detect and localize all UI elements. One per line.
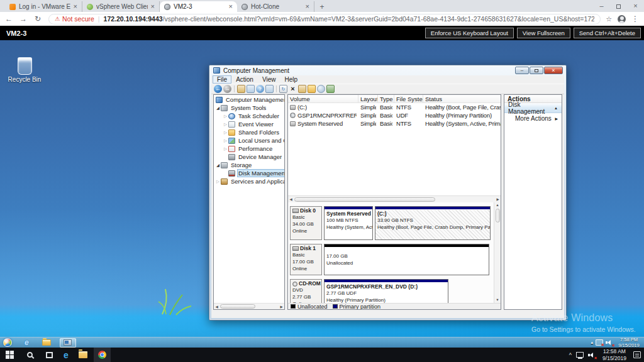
partition-c-drive[interactable]: (C:) 33.90 GB NTFS Healthy (Boot, Page F… bbox=[375, 206, 491, 240]
host-search-icon[interactable] bbox=[27, 352, 33, 358]
minimize-button[interactable]: – bbox=[593, 0, 610, 12]
host-action-center-icon[interactable] bbox=[633, 351, 641, 358]
back-icon[interactable]: ← bbox=[3, 14, 14, 23]
column-file-system[interactable]: File System bbox=[394, 95, 423, 102]
recycle-bin[interactable]: Recycle Bin bbox=[5, 57, 44, 83]
toolbar-action-pane-icon[interactable] bbox=[265, 85, 274, 93]
vm-tray-expand-icon[interactable]: ▴ bbox=[591, 340, 593, 345]
volume-row-system-reserved[interactable]: System Reserved Simple Basic NTFS Health… bbox=[288, 119, 501, 128]
host-task-view-icon[interactable] bbox=[46, 352, 53, 358]
vm-start-orb[interactable] bbox=[3, 338, 12, 347]
partition-dvd[interactable]: GSP1RMCNPRXFRER_EN_DVD (D:) 2.77 GB UDF … bbox=[324, 279, 448, 303]
expander-closed-icon[interactable]: ▷ bbox=[215, 179, 221, 184]
scroll-up-icon[interactable]: ▲ bbox=[494, 202, 501, 208]
tree-item-local-users-groups[interactable]: ▷Local Users and Groups bbox=[214, 136, 284, 145]
tree-item-system-tools[interactable]: ◢System Tools bbox=[214, 104, 284, 112]
browser-menu-icon[interactable]: ⋮ bbox=[631, 14, 639, 23]
toolbar-delete-icon[interactable]: × bbox=[289, 85, 297, 93]
actions-disk-management-group[interactable]: Disk Management ▲ bbox=[504, 103, 562, 113]
menu-help[interactable]: Help bbox=[280, 75, 302, 84]
host-edge-icon[interactable]: e bbox=[64, 351, 69, 359]
tab-hot-clone[interactable]: Hot-Clone × bbox=[237, 1, 314, 12]
tab-vsphere-web-client[interactable]: vSphere Web Client × bbox=[82, 1, 160, 12]
tree-item-storage[interactable]: ◢Storage bbox=[214, 161, 284, 169]
scroll-down-icon[interactable]: ▼ bbox=[494, 297, 501, 303]
tree-item-shared-folders[interactable]: ▷Shared Folders bbox=[214, 128, 284, 136]
tree-item-disk-management[interactable]: Disk Management bbox=[214, 169, 284, 177]
expander-closed-icon[interactable]: ▷ bbox=[223, 122, 228, 127]
scrollbar-thumb[interactable] bbox=[496, 209, 500, 222]
toolbar-back-icon[interactable]: ← bbox=[214, 85, 222, 93]
submenu-caret-icon[interactable]: ▶ bbox=[555, 116, 558, 121]
scroll-right-icon[interactable]: ▶ bbox=[279, 305, 284, 309]
toolbar-show-hide-tree-icon[interactable] bbox=[237, 85, 245, 93]
view-fullscreen-button[interactable]: View Fullscreen bbox=[517, 28, 570, 38]
host-file-explorer-icon[interactable] bbox=[79, 351, 87, 358]
tree-item-device-manager[interactable]: Device Manager bbox=[214, 153, 284, 161]
expander-closed-icon[interactable]: ▷ bbox=[223, 138, 228, 143]
column-layout[interactable]: Layout bbox=[358, 95, 378, 102]
bookmark-star-icon[interactable]: ☆ bbox=[606, 15, 612, 23]
expander-open-icon[interactable]: ◢ bbox=[215, 163, 221, 168]
tab-close-icon[interactable]: × bbox=[74, 3, 77, 10]
disk-0-label[interactable]: Disk 0 Basic 34.00 GB Online bbox=[290, 206, 322, 240]
maximize-button[interactable] bbox=[610, 0, 627, 12]
host-network-icon[interactable] bbox=[576, 352, 584, 358]
tree-item-computer-management[interactable]: Computer Management (Local bbox=[214, 96, 284, 104]
toolbar-help-icon[interactable]: ? bbox=[256, 85, 264, 93]
tree-item-event-viewer[interactable]: ▷Event Viewer bbox=[214, 120, 284, 128]
toolbar-properties-icon[interactable] bbox=[298, 85, 306, 93]
expander-closed-icon[interactable]: ▷ bbox=[223, 146, 228, 151]
toolbar-manage-icon[interactable] bbox=[326, 85, 335, 93]
vm-internet-explorer-icon[interactable]: e bbox=[25, 339, 29, 346]
tree-item-services-applications[interactable]: ▷Services and Applications bbox=[214, 177, 284, 185]
toolbar-find-icon[interactable] bbox=[317, 85, 325, 93]
volume-row-dvd[interactable]: GSP1RMCNPRXFRER_EN_DVD (D:) Simple Basic… bbox=[288, 111, 501, 119]
host-volume-icon[interactable]: × bbox=[588, 352, 596, 358]
tab-vmware-esxi[interactable]: Log in - VMware ESXi × bbox=[5, 1, 82, 12]
column-status[interactable]: Status bbox=[423, 95, 501, 102]
expander-closed-icon[interactable]: ▷ bbox=[223, 130, 228, 135]
toolbar-forward-icon[interactable]: → bbox=[223, 85, 231, 93]
vm-computer-management-task[interactable] bbox=[60, 338, 76, 348]
tab-close-icon[interactable]: × bbox=[151, 3, 155, 10]
vm-clock[interactable]: 7:58 PM 9/15/2019 bbox=[616, 337, 642, 349]
column-type[interactable]: Type bbox=[378, 95, 394, 102]
reload-icon[interactable]: ↻ bbox=[32, 14, 43, 23]
expander-closed-icon[interactable]: ▷ bbox=[223, 114, 228, 119]
new-tab-button[interactable]: + bbox=[314, 1, 330, 12]
volume-list-horizontal-scrollbar[interactable]: ◀ ▶ bbox=[288, 195, 501, 202]
profile-avatar[interactable] bbox=[618, 15, 626, 23]
window-close-button[interactable]: × bbox=[544, 67, 563, 74]
toolbar-refresh-icon[interactable]: ↻ bbox=[279, 85, 287, 93]
window-title-bar[interactable]: Computer Management – × bbox=[209, 65, 566, 75]
tree-horizontal-scrollbar[interactable]: ◀ ▶ bbox=[214, 303, 284, 309]
vm-volume-icon[interactable]: × bbox=[606, 339, 613, 346]
window-minimize-button[interactable]: – bbox=[515, 67, 529, 74]
tree-item-task-scheduler[interactable]: ▷Task Scheduler bbox=[214, 112, 284, 120]
tab-vm2-3[interactable]: VM2-3 × bbox=[160, 1, 237, 12]
menu-file[interactable]: File bbox=[213, 75, 231, 84]
scroll-left-icon[interactable]: ◀ bbox=[214, 305, 219, 309]
partition-system-reserved[interactable]: System Reserved 100 MB NTFS Healthy (Sys… bbox=[324, 206, 373, 240]
scrollbar-thumb[interactable] bbox=[220, 304, 255, 309]
cdrom-0-label[interactable]: CD-ROM 0 DVD 2.77 GB Online bbox=[290, 279, 322, 303]
scroll-right-icon[interactable]: ▶ bbox=[495, 197, 501, 201]
not-secure-label[interactable]: Not secure bbox=[62, 15, 94, 23]
close-button[interactable]: × bbox=[627, 0, 644, 12]
host-tray-expand-icon[interactable]: ^ bbox=[569, 352, 572, 358]
tab-close-icon[interactable]: × bbox=[229, 3, 233, 10]
volume-row-c[interactable]: (C:) Simple Basic NTFS Healthy (Boot, Pa… bbox=[288, 103, 501, 111]
forward-icon[interactable]: → bbox=[18, 14, 29, 23]
host-start-button[interactable] bbox=[6, 351, 14, 359]
disk-1-label[interactable]: Disk 1 Basic 17.00 GB Online bbox=[290, 244, 322, 275]
scrollbar-thumb[interactable] bbox=[294, 197, 435, 202]
column-volume[interactable]: Volume bbox=[288, 95, 358, 102]
host-chrome-task[interactable] bbox=[94, 348, 111, 362]
vm-network-icon[interactable]: × bbox=[596, 339, 603, 346]
host-clock[interactable]: 12:58 AM 9/15/2019 bbox=[600, 348, 629, 361]
collapse-caret-icon[interactable]: ▲ bbox=[554, 106, 558, 110]
not-secure-warning-icon[interactable]: ⚠ bbox=[55, 16, 60, 22]
expander-open-icon[interactable]: ◢ bbox=[215, 106, 221, 111]
menu-action[interactable]: Action bbox=[231, 75, 258, 84]
